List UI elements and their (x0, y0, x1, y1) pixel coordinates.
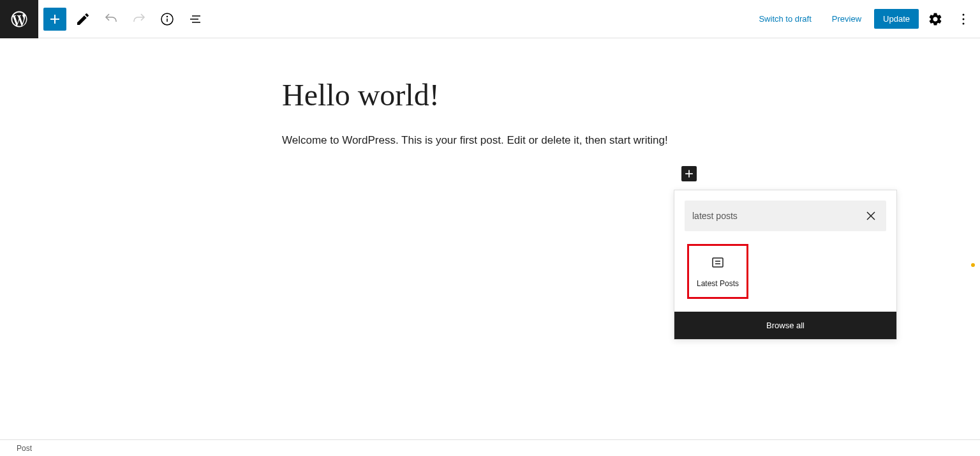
svg-point-10 (963, 22, 965, 24)
inserter-search-input[interactable] (692, 211, 863, 221)
block-item-label: Latest Posts (697, 279, 739, 288)
browse-all-button[interactable]: Browse all (674, 312, 896, 339)
tools-select-button[interactable] (71, 8, 94, 31)
inserter-results: Latest Posts (674, 236, 896, 312)
preview-button[interactable]: Preview (824, 9, 869, 29)
redo-button[interactable] (128, 8, 151, 31)
inline-block-inserter[interactable] (681, 166, 697, 181)
editor-header: Switch to draft Preview Update (0, 0, 980, 38)
post-body-paragraph[interactable]: Welcome to WordPress. This is your first… (282, 132, 698, 149)
settings-button[interactable] (924, 8, 947, 31)
toolbar-right: Switch to draft Preview Update (751, 8, 980, 31)
list-view-button[interactable] (184, 8, 207, 31)
svg-rect-15 (713, 258, 723, 267)
clear-search-icon[interactable] (863, 208, 879, 224)
block-inserter-toggle[interactable] (43, 8, 66, 31)
editor-canvas[interactable]: Hello world! Welcome to WordPress. This … (0, 38, 980, 149)
latest-posts-icon (710, 255, 725, 273)
options-button[interactable] (952, 8, 975, 31)
block-inserter-popover: Latest Posts Browse all (674, 190, 897, 340)
toolbar-left (38, 8, 207, 31)
svg-point-8 (963, 13, 965, 15)
switch-to-draft-button[interactable]: Switch to draft (751, 9, 819, 29)
update-button[interactable]: Update (874, 9, 919, 29)
editor-footer: Post (0, 439, 980, 456)
annotation-dot (971, 263, 975, 267)
undo-button[interactable] (100, 8, 122, 31)
svg-point-9 (963, 18, 965, 20)
svg-point-4 (167, 16, 168, 17)
wordpress-logo[interactable] (0, 0, 38, 38)
block-item-latest-posts[interactable]: Latest Posts (687, 244, 748, 299)
footer-breadcrumb[interactable]: Post (17, 444, 32, 453)
details-button[interactable] (156, 8, 179, 31)
inserter-search (685, 201, 886, 231)
post-title[interactable]: Hello world! (282, 77, 698, 114)
